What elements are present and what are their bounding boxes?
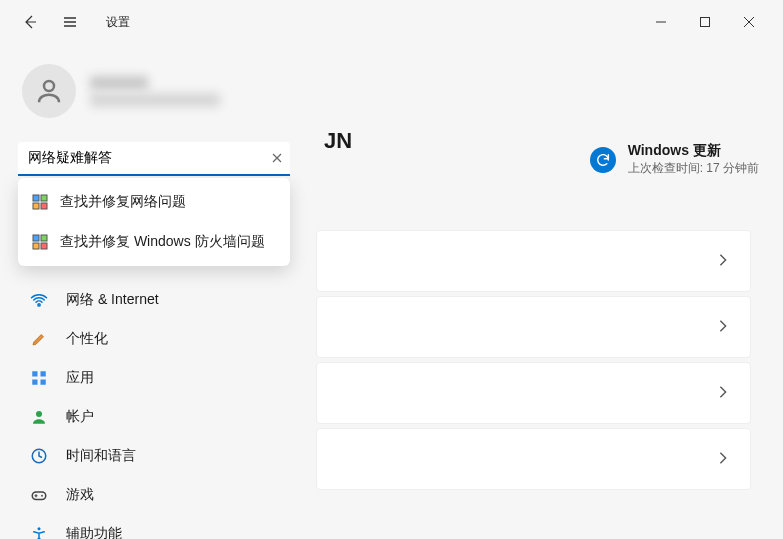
- troubleshoot-icon: [32, 194, 48, 210]
- svg-rect-8: [33, 243, 39, 249]
- svg-rect-7: [41, 235, 47, 241]
- back-button[interactable]: [12, 4, 48, 40]
- hamburger-icon: [62, 14, 78, 30]
- brush-icon: [30, 330, 48, 348]
- search-result-label: 查找并修复网络问题: [60, 193, 186, 211]
- chevron-right-icon: [716, 385, 730, 402]
- minimize-icon: [656, 17, 666, 27]
- svg-rect-13: [41, 380, 46, 385]
- svg-point-14: [36, 411, 42, 417]
- nav-item-time-language[interactable]: 时间和语言: [16, 438, 292, 474]
- nav-item-accessibility[interactable]: 辅助功能: [16, 516, 292, 539]
- nav-label: 辅助功能: [66, 525, 122, 539]
- avatar: [22, 64, 76, 118]
- window-controls: [639, 7, 771, 37]
- settings-card[interactable]: [316, 428, 751, 490]
- nav-label: 应用: [66, 369, 94, 387]
- windows-update-banner[interactable]: Windows 更新 上次检查时间: 17 分钟前: [590, 142, 759, 177]
- settings-card[interactable]: [316, 230, 751, 292]
- svg-rect-12: [32, 380, 37, 385]
- svg-rect-0: [701, 18, 710, 27]
- arrow-left-icon: [22, 14, 38, 30]
- maximize-button[interactable]: [683, 7, 727, 37]
- refresh-icon: [595, 152, 611, 168]
- title-bar: 设置: [0, 0, 783, 44]
- user-icon: [34, 76, 64, 106]
- minimize-button[interactable]: [639, 7, 683, 37]
- nav-item-gaming[interactable]: 游戏: [16, 477, 292, 513]
- search-result-firewall[interactable]: 查找并修复 Windows 防火墙问题: [18, 222, 290, 262]
- x-icon: [272, 153, 282, 163]
- search-clear-button[interactable]: [272, 152, 282, 166]
- svg-rect-9: [41, 243, 47, 249]
- svg-rect-3: [41, 195, 47, 201]
- svg-point-18: [38, 527, 41, 530]
- sidebar: 查找并修复网络问题 查找并修复 Windows 防火墙问题 网络 & Inter…: [0, 44, 300, 539]
- svg-rect-6: [33, 235, 39, 241]
- nav-label: 网络 & Internet: [66, 291, 159, 309]
- apps-icon: [30, 369, 48, 387]
- settings-card[interactable]: [316, 296, 751, 358]
- user-name-redacted: [90, 76, 148, 90]
- game-icon: [30, 486, 48, 504]
- troubleshoot-icon: [32, 234, 48, 250]
- update-subtitle: 上次检查时间: 17 分钟前: [628, 160, 759, 177]
- svg-rect-5: [41, 203, 47, 209]
- close-icon: [744, 17, 754, 27]
- nav-item-apps[interactable]: 应用: [16, 360, 292, 396]
- accessibility-icon: [30, 525, 48, 539]
- search-results-dropdown: 查找并修复网络问题 查找并修复 Windows 防火墙问题: [18, 178, 290, 266]
- search-input[interactable]: [18, 142, 290, 176]
- svg-rect-11: [41, 371, 46, 376]
- app-title: 设置: [106, 14, 130, 31]
- nav-item-accounts[interactable]: 帐户: [16, 399, 292, 435]
- svg-rect-4: [33, 203, 39, 209]
- time-language-icon: [30, 447, 48, 465]
- nav-label: 帐户: [66, 408, 94, 426]
- svg-point-17: [41, 495, 43, 497]
- user-email-redacted: [90, 93, 220, 107]
- search-result-network[interactable]: 查找并修复网络问题: [18, 182, 290, 222]
- chevron-right-icon: [716, 319, 730, 336]
- nav-item-personalization[interactable]: 个性化: [16, 321, 292, 357]
- nav-item-network[interactable]: 网络 & Internet: [16, 282, 292, 318]
- svg-rect-10: [32, 371, 37, 376]
- search-container: 查找并修复网络问题 查找并修复 Windows 防火墙问题: [18, 142, 290, 176]
- settings-card[interactable]: [316, 362, 751, 424]
- menu-button[interactable]: [52, 4, 88, 40]
- nav-list: 网络 & Internet 个性化 应用 帐户: [16, 282, 292, 539]
- search-result-label: 查找并修复 Windows 防火墙问题: [60, 233, 265, 251]
- wifi-icon: [30, 291, 48, 309]
- user-profile[interactable]: [16, 44, 292, 142]
- nav-label: 时间和语言: [66, 447, 136, 465]
- person-icon: [30, 408, 48, 426]
- svg-point-1: [44, 81, 54, 91]
- main-panel: JN Windows 更新 上次检查时间: 17 分钟前: [300, 44, 783, 539]
- update-title: Windows 更新: [628, 142, 759, 160]
- nav-label: 个性化: [66, 330, 108, 348]
- chevron-right-icon: [716, 451, 730, 468]
- update-icon: [590, 147, 616, 173]
- svg-rect-2: [33, 195, 39, 201]
- close-button[interactable]: [727, 7, 771, 37]
- chevron-right-icon: [716, 253, 730, 270]
- svg-rect-16: [32, 492, 46, 500]
- settings-cards: [308, 230, 767, 490]
- maximize-icon: [700, 17, 710, 27]
- nav-label: 游戏: [66, 486, 94, 504]
